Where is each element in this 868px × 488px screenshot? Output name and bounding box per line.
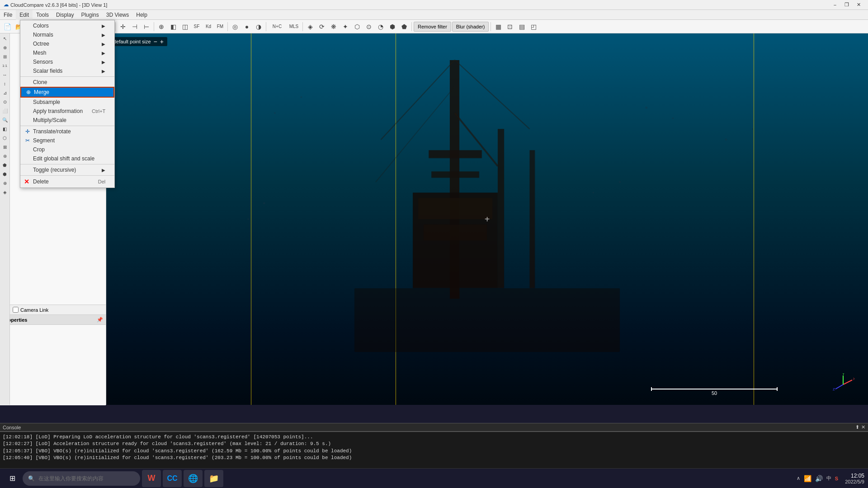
console-float-button[interactable]: ⬆	[855, 424, 859, 430]
tb-btn-cross[interactable]: ✛	[118, 21, 128, 32]
tray-expand-icon[interactable]: ∧	[797, 475, 800, 481]
menu-display[interactable]: Display	[52, 10, 77, 20]
menu-item-delete[interactable]: ✕ Delete Del	[20, 177, 114, 187]
clock[interactable]: 12:05 2022/5/9	[842, 473, 864, 484]
tb-btn-14[interactable]: ◈	[305, 21, 316, 32]
menu-item-subsample[interactable]: Subsample	[20, 98, 114, 107]
menu-3dviews[interactable]: 3D Views	[103, 10, 132, 20]
menu-tools[interactable]: Tools	[33, 10, 52, 20]
tb-btn-11[interactable]: ◎	[230, 21, 241, 32]
tb-btn-26[interactable]: ◰	[528, 21, 539, 32]
menu-item-sensors[interactable]: Sensors ▶	[20, 57, 114, 66]
taskbar-app-browser[interactable]: 🌐	[184, 470, 203, 487]
remove-filter-button[interactable]: Remove filter	[414, 22, 451, 32]
tb-btn-17[interactable]: ✦	[340, 21, 351, 32]
lv-btn-15[interactable]: ⊕	[1, 179, 9, 187]
menu-item-multiply-scale[interactable]: Multiply/Scale	[20, 116, 114, 125]
menu-item-segment[interactable]: ✂ Segment	[20, 136, 114, 145]
new-button[interactable]: 📄	[2, 21, 13, 32]
tb-btn-9[interactable]: ◧	[168, 21, 179, 32]
tb-btn-10[interactable]: ◫	[179, 21, 190, 32]
tb-btn-sf[interactable]: SF	[191, 21, 202, 32]
tb-btn-21[interactable]: ⬢	[387, 21, 398, 32]
network-icon[interactable]: 📶	[804, 475, 811, 482]
menu-item-edit-global-shift[interactable]: Edit global shift and scale	[20, 154, 114, 163]
menu-plugins[interactable]: Plugins	[77, 10, 102, 20]
menu-item-clone[interactable]: Clone	[20, 78, 114, 87]
menu-item-colors[interactable]: Colors ▶	[20, 21, 114, 30]
taskbar-search-input[interactable]	[38, 475, 135, 482]
tb-btn-16[interactable]: ❋	[328, 21, 339, 32]
restore-button[interactable]: ❐	[841, 0, 853, 10]
toggle-recursive-arrow: ▶	[102, 168, 105, 173]
lv-btn-13[interactable]: ⬟	[1, 161, 9, 169]
blur-shader-button[interactable]: Blur (shader)	[452, 22, 489, 32]
menu-help[interactable]: Help	[132, 10, 151, 20]
tb-btn-13[interactable]: ◑	[253, 21, 264, 32]
lv-btn-4[interactable]: ↕	[1, 80, 9, 88]
menu-item-apply-transformation[interactable]: Apply transformation Ctrl+T	[20, 107, 114, 116]
lv-btn-11[interactable]: ⊠	[1, 143, 9, 151]
taskbar-app-cc[interactable]: CC	[163, 470, 182, 487]
tb-btn-24[interactable]: ⊡	[505, 21, 515, 32]
start-button[interactable]: ⊞	[4, 470, 21, 487]
lv-btn-7[interactable]: ⬜	[1, 107, 9, 115]
menu-edit[interactable]: Edit	[16, 10, 33, 20]
lv-btn-16[interactable]: ◈	[1, 188, 9, 196]
tb-btn-19[interactable]: ⊙	[363, 21, 374, 32]
menu-item-scalar-fields[interactable]: Scalar fields ▶	[20, 66, 114, 75]
taskbar-app-files[interactable]: 📁	[204, 470, 223, 487]
camera-link-checkbox[interactable]	[13, 307, 19, 313]
merge-icon: ⊕	[25, 89, 32, 95]
tb-btn-nc[interactable]: N+C	[268, 21, 286, 32]
3d-viewport[interactable]: default point size − +	[106, 33, 868, 405]
menu-item-octree[interactable]: Octree ▶	[20, 39, 114, 48]
menu-item-crop[interactable]: Crop	[20, 145, 114, 154]
tb-btn-12[interactable]: ●	[241, 21, 252, 32]
properties-pin-button[interactable]: 📌	[97, 317, 103, 323]
lv-btn-scale[interactable]: 1:1	[1, 61, 9, 70]
lv-btn-9[interactable]: ◧	[1, 125, 9, 133]
titlebar-controls[interactable]: − ❐ ✕	[829, 0, 864, 10]
lv-btn-pointer[interactable]: ↖	[1, 34, 9, 42]
lv-btn-1[interactable]: ⊕	[1, 43, 9, 52]
lv-btn-14[interactable]: ⬢	[1, 170, 9, 178]
lv-btn-3[interactable]: ↔	[1, 70, 9, 79]
menu-item-scalar-fields-label: Scalar fields	[33, 68, 62, 74]
lv-btn-6[interactable]: ⊙	[1, 98, 9, 106]
ime-s-indicator[interactable]: S	[835, 476, 838, 481]
tb-btn-23[interactable]: ▦	[493, 21, 504, 32]
menu-item-translate-rotate[interactable]: ✛ Translate/rotate	[20, 127, 114, 136]
menu-item-toggle-recursive[interactable]: Toggle (recursive) ▶	[20, 165, 114, 174]
tb-btn-kd[interactable]: Kd	[203, 21, 214, 32]
tb-btn-fm[interactable]: FM	[215, 21, 226, 32]
tb-btn-18[interactable]: ⬡	[352, 21, 363, 32]
lv-btn-10[interactable]: ⬡	[1, 134, 9, 142]
console-panel[interactable]: [12:02:18] [LoD] Preparing LoD accelerat…	[0, 432, 868, 469]
volume-icon[interactable]: 🔊	[815, 475, 823, 482]
point-cloud-visualization	[106, 33, 868, 405]
tb-btn-8[interactable]: ⊕	[156, 21, 167, 32]
taskbar-search-box[interactable]: 🔍	[23, 471, 140, 486]
camera-link-label[interactable]: Camera Link	[20, 307, 48, 313]
taskbar-app-w[interactable]: W	[142, 470, 161, 487]
lv-btn-5[interactable]: ⊿	[1, 89, 9, 97]
lv-btn-8[interactable]: 🔍	[1, 116, 9, 124]
menu-item-mesh[interactable]: Mesh ▶	[20, 48, 114, 57]
lv-btn-12[interactable]: ⊛	[1, 152, 9, 160]
tb-btn-25[interactable]: ▤	[516, 21, 527, 32]
tb-btn-7[interactable]: ⊢	[141, 21, 152, 32]
ime-indicator[interactable]: 中	[826, 475, 831, 482]
minimize-button[interactable]: −	[829, 0, 841, 10]
tb-btn-mls[interactable]: MLS	[287, 21, 301, 32]
menu-item-merge[interactable]: ⊕ Merge	[20, 87, 114, 98]
tb-btn-20[interactable]: ◔	[375, 21, 386, 32]
console-close-button[interactable]: ✕	[861, 424, 865, 430]
lv-btn-2[interactable]: ⊞	[1, 52, 9, 61]
menu-item-normals[interactable]: Normals ▶	[20, 30, 114, 39]
menu-file[interactable]: File	[0, 10, 16, 20]
tb-btn-6[interactable]: ⊣	[129, 21, 140, 32]
tb-btn-22[interactable]: ⬟	[399, 21, 410, 32]
close-button[interactable]: ✕	[853, 0, 864, 10]
tb-btn-15[interactable]: ⟳	[316, 21, 327, 32]
